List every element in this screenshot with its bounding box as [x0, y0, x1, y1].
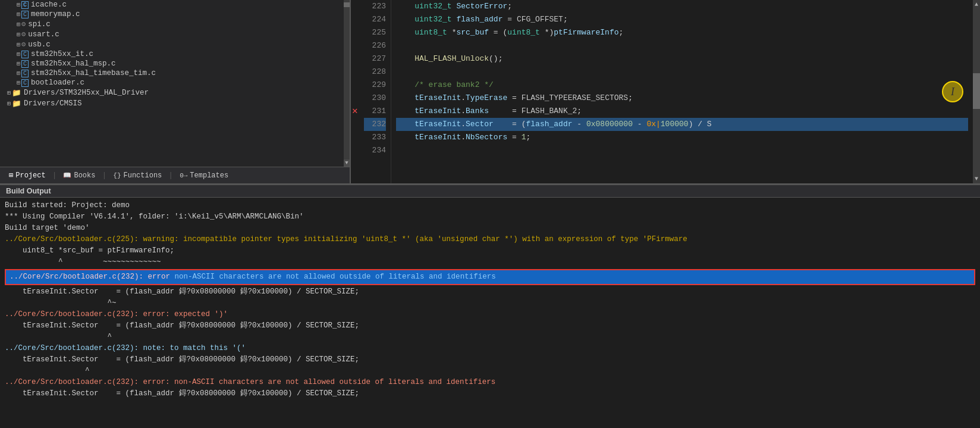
gear-icon: ⚙ [21, 30, 26, 39]
cursor-indicator: I [942, 81, 963, 102]
tab-books-label: Books [74, 171, 95, 180]
tree-item-hal-msp[interactable]: ⊞ C stm32h5xx_hal_msp.c [0, 59, 350, 68]
file-c-icon: C [21, 70, 29, 77]
build-line-1: Build started: Project: demo [5, 200, 975, 211]
project-tab-icon: ⊞ [9, 171, 13, 180]
build-line-4: ../Core/Src/bootloader.c(225): warning: … [5, 234, 975, 245]
bottom-section: Build Output Build started: Project: dem… [0, 185, 980, 428]
build-output-header: Build Output [0, 185, 980, 198]
tree-item-usb[interactable]: ⊞ ⚙ usb.c [0, 39, 350, 49]
tree-label: stm32h5xx_hal_msp.c [31, 60, 116, 68]
tree-label: memorymap.c [31, 10, 80, 18]
tree-label: Drivers/STM32H5xx_HAL_Driver [24, 89, 149, 97]
code-line-234 [396, 144, 968, 157]
expand-icon: ⊞ [17, 60, 20, 67]
tree-item-icache[interactable]: ⊞ C icache.c [0, 0, 350, 10]
build-line-12: ../Core/Src/bootloader.c(232): note: to … [5, 343, 975, 354]
tab-project[interactable]: ⊞ Project [5, 169, 50, 182]
tab-project-label: Project [15, 171, 45, 180]
expand-icon: ⊞ [17, 11, 20, 18]
code-line-223: uint32_t SectorError; [396, 0, 968, 13]
scroll-thumb [344, 2, 350, 7]
code-line-230: tEraseInit.TypeErase = FLASH_TYPEERASE_S… [396, 92, 968, 105]
scroll-down-arrow[interactable]: ▼ [975, 176, 978, 182]
expand-icon: ⊞ [17, 79, 20, 86]
tree-item-usart[interactable]: ⊞ ⚙ usart.c [0, 29, 350, 39]
build-line-5: uint8_t *src_buf = ptFirmwareInfo; [5, 245, 975, 257]
folder-icon: 📁 [12, 88, 21, 98]
code-line-233: tEraseInit.NbSectors = 1; [396, 131, 968, 144]
expand-icon: ⊞ [17, 70, 20, 77]
build-line-8: ^~ [5, 298, 975, 309]
build-line-16: tEraseInit.Sector = (flash_addr 鍀?0x0800… [5, 388, 975, 399]
error-gutter-marker: ✕ [352, 105, 358, 117]
file-c-icon: C [21, 51, 29, 58]
code-line-224: uint32_t flash_addr = CFG_OFFSET; [396, 13, 968, 26]
tree-label: stm32h5xx_hal_timebase_tim.c [31, 69, 156, 77]
file-tree-panel: ⊞ C icache.c ⊞ C memorymap.c ⊞ ⚙ spi.c ⊞… [0, 0, 351, 183]
tree-label: usb.c [28, 40, 51, 49]
tabs-bar: ⊞ Project | 📖 Books | {} Functions | 0→ … [0, 167, 350, 183]
gear-icon: ⚙ [21, 40, 26, 49]
build-line-11: ^ [5, 332, 975, 343]
tree-item-stm32h5xx-it[interactable]: ⊞ C stm32h5xx_it.c [0, 49, 350, 59]
build-line-10: tEraseInit.Sector = (flash_addr 鍀?0x0800… [5, 320, 975, 332]
tree-item-bootloader[interactable]: ⊞ C bootloader.c [0, 78, 350, 88]
code-line-232: tEraseInit.Sector = (flash_addr - 0x0800… [396, 118, 968, 131]
tab-functions-label: Functions [124, 171, 162, 180]
scroll-arrow-down[interactable]: ▼ [344, 160, 350, 167]
scroll-up-arrow[interactable]: ▲ [975, 1, 978, 8]
build-line-2: *** Using Compiler 'V6.14.1', folder: 'i… [5, 211, 975, 223]
build-line-14: ^ [5, 365, 975, 377]
tree-item-cmsis[interactable]: ⊞ 📁 Drivers/CMSIS [0, 98, 350, 109]
tree-label: stm32h5xx_it.c [31, 50, 93, 58]
expand-icon: ⊞ [7, 100, 11, 107]
line-numbers: 223 224 225 226 227 228 229 230 231 232 … [362, 0, 391, 183]
tab-books[interactable]: 📖 Books [59, 170, 99, 182]
editor-scrollbar[interactable]: ▲ ▼ [973, 0, 980, 183]
code-line-227: HAL_FLASH_Unlock(); [396, 52, 968, 65]
code-line-226 [396, 39, 968, 52]
build-line-3: Build target 'demo' [5, 223, 975, 234]
tree-item-hal-timebase[interactable]: ⊞ C stm32h5xx_hal_timebase_tim.c [0, 68, 350, 78]
tree-label: spi.c [28, 20, 51, 29]
file-c-icon: C [21, 60, 29, 68]
build-output-content: Build started: Project: demo *** Using C… [0, 198, 980, 428]
build-line-15: ../Core/Src/bootloader.c(232): error: no… [5, 377, 975, 388]
code-line-229: /* erase bank2 */ [396, 79, 968, 92]
top-section: ⊞ C icache.c ⊞ C memorymap.c ⊞ ⚙ spi.c ⊞… [0, 0, 980, 185]
error-highlight-row: ../Core/Src/bootloader.c(232): error non… [5, 269, 975, 285]
file-tree: ⊞ C icache.c ⊞ C memorymap.c ⊞ ⚙ spi.c ⊞… [0, 0, 350, 167]
tree-item-memorymap[interactable]: ⊞ C memorymap.c [0, 10, 350, 19]
books-tab-icon: 📖 [63, 171, 71, 179]
expand-icon: ⊞ [17, 31, 20, 38]
expand-icon: ⊞ [17, 51, 20, 58]
tree-label: icache.c [31, 1, 67, 9]
build-line-7: tEraseInit.Sector = (flash_addr 鍀?0x0800… [5, 286, 975, 298]
functions-tab-icon: {} [113, 172, 121, 179]
tab-templates-label: Templates [190, 171, 228, 180]
build-line-13: tEraseInit.Sector = (flash_addr 鍀?0x0800… [5, 354, 975, 365]
build-line-9: ../Core/Src/bootloader.c(232): error: ex… [5, 309, 975, 320]
file-c-icon: C [21, 11, 29, 18]
expand-icon: ⊞ [17, 41, 20, 48]
tree-item-spi[interactable]: ⊞ ⚙ spi.c [0, 19, 350, 29]
tree-item-hal-driver[interactable]: ⊞ 📁 Drivers/STM32H5xx_HAL_Driver [0, 88, 350, 98]
build-line-6: ^ ~~~~~~~~~~~~~ [5, 257, 975, 268]
templates-tab-icon: 0→ [180, 172, 187, 179]
tree-label: usart.c [28, 30, 59, 39]
gutter: ✕ [351, 0, 362, 183]
scroll-thumb[interactable] [973, 73, 980, 109]
code-line-231: tEraseInit.Banks = FLASH_BANK_2; [396, 105, 968, 118]
error-message: non-ASCII characters are not allowed out… [175, 271, 496, 283]
tab-functions[interactable]: {} Functions [109, 170, 166, 182]
code-line-225: uint8_t *src_buf = (uint8_t *)ptFirmware… [396, 26, 968, 39]
code-editor: ✕ 223 224 225 226 227 228 229 230 231 23… [351, 0, 980, 183]
tree-label: Drivers/CMSIS [24, 99, 82, 108]
tab-templates[interactable]: 0→ Templates [175, 170, 233, 182]
tree-scrollbar[interactable]: ▼ [344, 0, 350, 167]
expand-icon: ⊞ [17, 1, 20, 8]
file-c-icon: C [21, 1, 29, 9]
code-content[interactable]: uint32_t SectorError; uint32_t flash_add… [391, 0, 973, 183]
folder-icon: 📁 [12, 99, 21, 108]
